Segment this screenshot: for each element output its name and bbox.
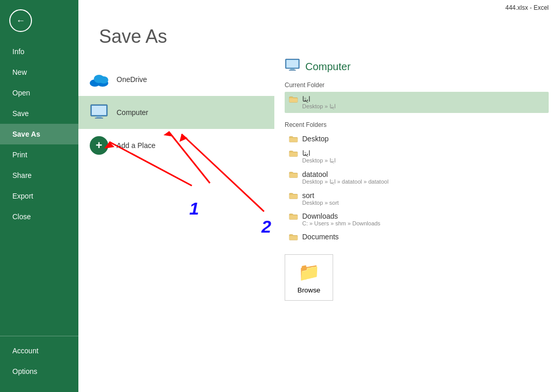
recent-folder-downloads[interactable]: Downloads C: » Users » shm » Downloads (285, 209, 549, 230)
sidebar-item-share[interactable]: Share (0, 165, 78, 186)
recent-folder-documents[interactable]: Documents (285, 230, 549, 244)
svg-rect-10 (286, 60, 298, 68)
right-computer-icon (285, 58, 300, 75)
recent-folder-desktop[interactable]: Desktop (285, 132, 549, 146)
sidebar-item-account[interactable]: Account (0, 340, 78, 361)
location-onedrive[interactable]: OneDrive (78, 63, 274, 96)
svg-rect-6 (96, 116, 102, 118)
left-panel: OneDrive Computer + (78, 58, 274, 392)
folder-info-sort: sort Desktop » sort (302, 191, 339, 206)
onedrive-icon (89, 69, 109, 90)
sidebar-divider (0, 336, 78, 336)
browse-folder-icon: 📁 (298, 262, 320, 282)
content-area: OneDrive Computer + (78, 58, 559, 392)
recent-folders-label: Recent Folders (285, 121, 549, 128)
svg-point-3 (99, 76, 108, 84)
browse-btn-container: 📁 Browse (285, 254, 549, 301)
location-computer[interactable]: Computer (78, 96, 274, 129)
onedrive-label: OneDrive (117, 75, 147, 84)
folder-name-ayta: ایتا (302, 149, 336, 157)
folder-path-ayta: Desktop » ایتا (302, 157, 336, 164)
svg-rect-11 (290, 69, 294, 70)
sidebar-item-open[interactable]: Open (0, 83, 78, 103)
folder-name-downloads: Downloads (302, 212, 381, 220)
sidebar-nav: Info New Open Save Save As Print Share E… (0, 41, 78, 392)
folder-info-desktop: Desktop (302, 135, 328, 143)
recent-folder-sort[interactable]: sort Desktop » sort (285, 188, 549, 209)
sidebar-item-save[interactable]: Save (0, 103, 78, 124)
location-add-place[interactable]: + Add a Place (78, 129, 274, 162)
current-folder-info: ایتا Desktop » ایتا (302, 95, 336, 110)
sidebar-item-export[interactable]: Export (0, 186, 78, 206)
add-place-icon: + (89, 135, 109, 156)
right-panel-header: Computer (285, 58, 549, 75)
recent-folder-datatool[interactable]: datatool Desktop » ایتا » datatool » dat… (285, 167, 549, 188)
folder-info-downloads: Downloads C: » Users » shm » Downloads (302, 212, 381, 226)
page-title: Save As (78, 15, 559, 58)
folder-name-datatool: datatool (302, 170, 388, 178)
browse-label: Browse (298, 286, 320, 294)
sidebar-item-new[interactable]: New (0, 62, 78, 83)
sidebar-item-close[interactable]: Close (0, 206, 78, 227)
sidebar-item-print[interactable]: Print (0, 144, 78, 165)
current-folder-name: ایتا (302, 95, 336, 103)
folder-path-downloads: C: » Users » shm » Downloads (302, 220, 381, 226)
svg-rect-12 (289, 70, 295, 71)
folder-path-datatool: Desktop » ایتا » datatool » datatool (302, 178, 388, 185)
sidebar-item-save-as[interactable]: Save As (0, 124, 78, 144)
title-bar: 444.xlsx - Excel (0, 0, 559, 15)
right-panel: Computer Current Folder ایتا Desktop » ا… (274, 58, 559, 392)
current-folder-item[interactable]: ایتا Desktop » ایتا (285, 92, 549, 113)
folder-info-ayta: ایتا Desktop » ایتا (302, 149, 336, 164)
sidebar-bottom: Account Options (0, 332, 78, 392)
folder-name-sort: sort (302, 191, 339, 200)
main-content: Save As OneDrive (78, 15, 559, 392)
back-button[interactable]: ← (9, 9, 32, 32)
current-folder-label: Current Folder (285, 81, 549, 89)
computer-icon (89, 102, 109, 123)
folder-name-desktop: Desktop (302, 135, 328, 143)
svg-rect-7 (95, 118, 103, 119)
right-panel-title: Computer (305, 61, 351, 73)
recent-folder-ayta[interactable]: ایتا Desktop » ایتا (285, 146, 549, 167)
folder-info-datatool: datatool Desktop » ایتا » datatool » dat… (302, 170, 388, 185)
computer-label: Computer (117, 108, 148, 117)
sidebar: ← Info New Open Save Save As Print Share… (0, 0, 78, 392)
folder-name-documents: Documents (302, 233, 339, 241)
browse-button[interactable]: 📁 Browse (285, 254, 333, 301)
add-place-label: Add a Place (117, 141, 156, 150)
svg-rect-8 (92, 106, 106, 115)
sidebar-item-options[interactable]: Options (0, 361, 78, 382)
folder-info-documents: Documents (302, 233, 339, 241)
current-folder-path: Desktop » ایتا (302, 103, 336, 110)
sidebar-item-info[interactable]: Info (0, 41, 78, 62)
window-title: 444.xlsx - Excel (505, 4, 549, 11)
folder-path-sort: Desktop » sort (302, 200, 339, 206)
